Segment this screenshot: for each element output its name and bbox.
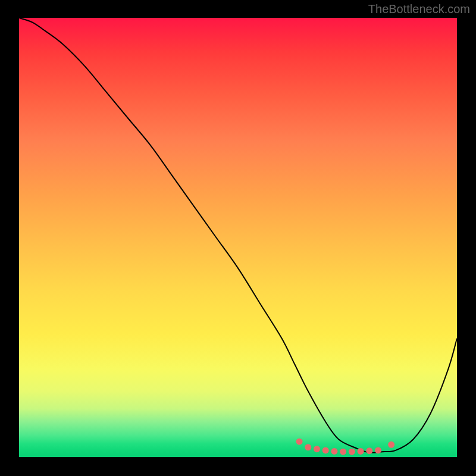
optimal-marker — [388, 441, 394, 448]
optimal-marker — [349, 449, 355, 455]
attribution-label: TheBottleneck.com — [368, 2, 470, 16]
optimal-marker — [358, 448, 364, 455]
optimal-marker — [366, 447, 372, 454]
optimal-marker — [375, 447, 381, 453]
chart-plot-area — [19, 18, 457, 457]
optimal-marker — [296, 439, 303, 445]
optimal-marker — [340, 449, 346, 455]
optimal-marker — [305, 444, 311, 450]
optimal-marker — [322, 447, 329, 453]
optimal-range-markers — [296, 439, 395, 455]
bottleneck-curve-line — [19, 18, 457, 453]
optimal-marker — [331, 448, 337, 455]
optimal-marker — [314, 446, 320, 452]
chart-svg — [19, 18, 457, 457]
